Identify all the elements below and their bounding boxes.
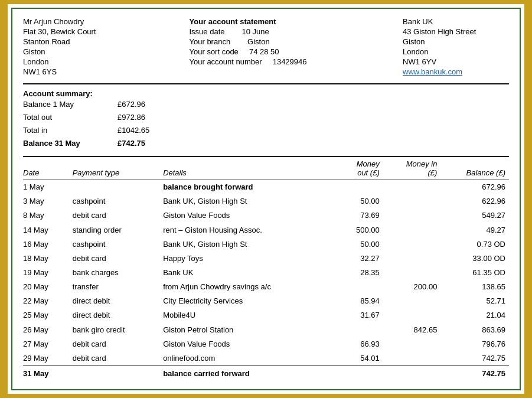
col-header-payment-type: Payment type xyxy=(73,156,163,180)
bank-address4: NW1 6YV xyxy=(403,57,509,66)
cell-type: standing order xyxy=(73,223,163,237)
statement-title: Your account statement xyxy=(190,17,343,26)
cell-type xyxy=(73,366,163,381)
bank-website[interactable]: www.bankuk.com xyxy=(403,67,509,76)
cell-money-in xyxy=(386,266,443,280)
cell-details: Bank UK, Giston High St xyxy=(163,194,328,208)
cell-money-out: 50.00 xyxy=(328,237,386,252)
cell-details: Giston Petrol Station xyxy=(163,323,328,337)
cell-date: 14 May xyxy=(23,223,73,237)
customer-address5: NW1 6YS xyxy=(23,67,129,76)
cell-money-in xyxy=(386,351,443,366)
cell-details: Happy Toys xyxy=(163,252,328,266)
table-row: 20 May transfer from Arjun Chowdry savin… xyxy=(23,280,509,294)
cell-money-out: 500.00 xyxy=(328,223,386,237)
cell-type: bank giro credit xyxy=(73,323,163,337)
cell-balance: 49.27 xyxy=(443,223,509,237)
customer-address1: Flat 30, Bewick Court xyxy=(23,27,129,36)
cell-money-in xyxy=(386,194,443,208)
col-header-date: Date xyxy=(23,156,73,180)
issue-label: Issue date xyxy=(190,27,225,36)
cell-details: Bank UK xyxy=(163,266,328,280)
cell-money-out: 50.00 xyxy=(328,194,386,208)
cell-balance: 549.27 xyxy=(443,208,509,223)
cell-money-in xyxy=(386,208,443,223)
header-section: Mr Arjun Chowdry Flat 30, Bewick Court S… xyxy=(23,17,509,76)
cell-money-in: 842.65 xyxy=(386,323,443,337)
cell-money-in xyxy=(386,308,443,322)
cell-details: balance brought forward xyxy=(163,180,328,195)
cell-details: Giston Value Foods xyxy=(163,208,328,223)
bank-info: Bank UK 43 Giston High Street Giston Lon… xyxy=(403,17,509,76)
cell-money-out xyxy=(328,323,386,337)
cell-date: 26 May xyxy=(23,323,73,337)
table-row: 31 May balance carried forward 742.75 xyxy=(23,366,509,381)
cell-type: debit card xyxy=(73,351,163,366)
cell-money-out: 66.93 xyxy=(328,337,386,351)
table-row: 8 May debit card Giston Value Foods 73.6… xyxy=(23,208,509,223)
cell-type: debit card xyxy=(73,337,163,351)
summary-balance31: Balance 31 May £742.75 xyxy=(23,137,509,150)
cell-balance: 742.75 xyxy=(443,351,509,366)
cell-date: 8 May xyxy=(23,208,73,223)
summary-total-out: Total out £972.86 xyxy=(23,111,509,124)
summary-title: Account summary: xyxy=(23,89,509,98)
cell-type: debit card xyxy=(73,252,163,266)
cell-balance: 21.04 xyxy=(443,308,509,322)
cell-money-out: 31.67 xyxy=(328,308,386,322)
table-row: 27 May debit card Giston Value Foods 66.… xyxy=(23,337,509,351)
cell-date: 29 May xyxy=(23,351,73,366)
table-row: 19 May bank charges Bank UK 28.35 61.35 … xyxy=(23,266,509,280)
cell-money-out: 85.94 xyxy=(328,294,386,308)
sortcode-value: 74 28 50 xyxy=(249,47,279,56)
cell-date: 27 May xyxy=(23,337,73,351)
customer-address3: Giston xyxy=(23,47,129,56)
account-summary: Account summary: Balance 1 May £672.96 T… xyxy=(23,89,509,150)
cell-date: 3 May xyxy=(23,194,73,208)
cell-money-in xyxy=(386,180,443,195)
cell-money-in xyxy=(386,223,443,237)
col-header-money-in: Money in(£) xyxy=(386,156,443,180)
cell-balance: 796.76 xyxy=(443,337,509,351)
cell-date: 25 May xyxy=(23,308,73,322)
customer-address2: Stanton Road xyxy=(23,37,129,46)
table-row: 16 May cashpoint Bank UK, Giston High St… xyxy=(23,237,509,252)
table-row: 18 May debit card Happy Toys 32.27 33.00… xyxy=(23,252,509,266)
cell-type xyxy=(73,180,163,195)
bank-name: Bank UK xyxy=(403,17,509,26)
cell-details: rent – Giston Housing Assoc. xyxy=(163,223,328,237)
cell-money-out: 28.35 xyxy=(328,266,386,280)
cell-money-in xyxy=(386,252,443,266)
table-row: 29 May debit card onlinefood.com 54.01 7… xyxy=(23,351,509,366)
cell-balance: 33.00 OD xyxy=(443,252,509,266)
cell-money-out xyxy=(328,180,386,195)
transactions-table: Date Payment type Details Moneyout (£) M… xyxy=(23,156,509,381)
table-row: 14 May standing order rent – Giston Hous… xyxy=(23,223,509,237)
cell-money-out: 73.69 xyxy=(328,208,386,223)
cell-balance: 742.75 xyxy=(443,366,509,381)
cell-money-out xyxy=(328,366,386,381)
cell-balance: 863.69 xyxy=(443,323,509,337)
cell-date: 31 May xyxy=(23,366,73,381)
cell-type: debit card xyxy=(73,208,163,223)
account-value: 13429946 xyxy=(273,57,307,66)
summary-balance1: Balance 1 May £672.96 xyxy=(23,98,509,111)
summary-total-in: Total in £1042.65 xyxy=(23,124,509,137)
bank-address3: London xyxy=(403,47,509,56)
cell-money-in xyxy=(386,237,443,252)
cell-money-out: 32.27 xyxy=(328,252,386,266)
header-divider xyxy=(23,83,509,84)
customer-address4: London xyxy=(23,57,129,66)
cell-money-in xyxy=(386,366,443,381)
table-row: 25 May direct debit Mobile4U 31.67 21.04 xyxy=(23,308,509,322)
issue-date-row: Issue date 10 June xyxy=(190,27,343,36)
branch-label: Your branch xyxy=(190,37,231,46)
cell-balance: 52.71 xyxy=(443,294,509,308)
cell-type: direct debit xyxy=(73,308,163,322)
cell-money-in xyxy=(386,294,443,308)
bank-address1: 43 Giston High Street xyxy=(403,27,509,36)
bank-address2: Giston xyxy=(403,37,509,46)
col-header-money-out: Moneyout (£) xyxy=(328,156,386,180)
cell-type: cashpoint xyxy=(73,237,163,252)
cell-date: 22 May xyxy=(23,294,73,308)
